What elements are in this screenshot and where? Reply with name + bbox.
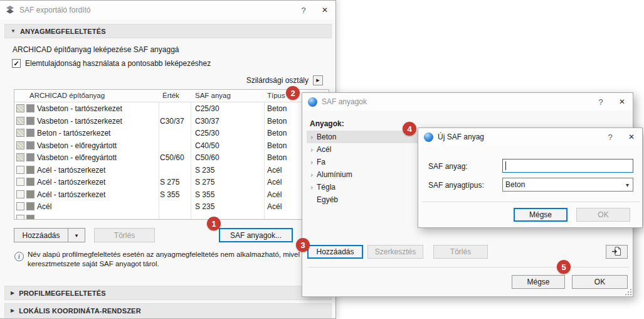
add-button[interactable]: Hozzáadás	[14, 228, 68, 242]
help-icon[interactable]: ?	[599, 128, 621, 146]
divider	[307, 267, 629, 268]
chevron-right-icon[interactable]: ›	[307, 133, 317, 141]
table-row[interactable]: Acél S 235 Acél	[14, 200, 329, 213]
triangle-right-icon: ▶	[11, 308, 14, 313]
delete-material-button[interactable]: Törlés	[433, 245, 488, 259]
cell-name: Acél - tartószerkezet	[37, 190, 105, 199]
saf-material-name-input[interactable]	[502, 159, 633, 173]
cell-type: Acél	[267, 202, 282, 211]
info-line-2: keresztmetszete saját SAF anyagot tárol.	[28, 259, 334, 269]
chevron-down-icon: ▾	[626, 181, 630, 188]
section-local-coordinate-system[interactable]: ▶ LOKÁLIS KOORDINÁTA-RENDSZER	[4, 303, 332, 318]
edit-material-button-label: Szerkesztés	[375, 247, 416, 256]
new-material-dialog-title: Új SAF anyag	[438, 132, 599, 141]
step-badge-4: 4	[403, 122, 416, 136]
cancel-button[interactable]: Mégse	[512, 275, 565, 289]
chevron-right-icon[interactable]: ›	[307, 183, 317, 191]
table-header: ARCHICAD építőanyag Érték SAF anyag Típu…	[14, 90, 329, 102]
cancel-button[interactable]: Mégse	[514, 208, 567, 222]
col-type: Típus	[267, 92, 285, 99]
material-texture-swatch	[16, 129, 24, 137]
table-row[interactable]: Acél - tartószerkezet S 275 S 275 Acél	[14, 176, 329, 188]
step-badge-1: 1	[207, 217, 221, 230]
material-color-swatch	[26, 129, 34, 137]
main-dialog-title: SAF exportáló fordító	[19, 6, 293, 14]
edit-material-button[interactable]: Szerkesztés	[367, 245, 423, 259]
table-row[interactable]: Vasbeton - tartószerkezet C30/37 C30/37 …	[14, 115, 329, 127]
info-icon: i	[14, 252, 24, 261]
saf-export-translator-dialog: SAF exportáló fordító ? ✕ ▼ ANYAGMEGFELE…	[0, 0, 336, 319]
chevron-right-icon[interactable]: ›	[307, 146, 317, 153]
material-item-label: Acél	[317, 145, 331, 154]
delete-material-button-label: Törlés	[450, 247, 471, 256]
section-profile-mapping[interactable]: ▶ PROFILMEGFELELTETÉS	[4, 286, 332, 300]
material-texture-swatch	[16, 190, 24, 198]
cell-name: Acél - tartószerkezet	[37, 166, 105, 175]
strength-class-button[interactable]: ▶	[313, 75, 323, 85]
ok-button-label: OK	[598, 210, 608, 219]
table-row[interactable]: Acél - tartószerkezet S 355 S 355 Acél	[14, 188, 329, 201]
material-texture-swatch	[16, 153, 24, 161]
cell-saf: S 235	[195, 166, 214, 175]
material-texture-swatch	[16, 202, 24, 210]
saf-material-type-select[interactable]: Beton ▾	[502, 178, 633, 192]
chevron-right-icon[interactable]: ›	[307, 158, 317, 166]
add-dropdown-button[interactable]: ▾	[68, 228, 85, 242]
close-icon[interactable]: ✕	[314, 1, 335, 19]
material-color-swatch	[26, 178, 34, 186]
table-row[interactable]: Vasbeton - előregyártott C50/60 C50/60 B…	[14, 151, 329, 164]
step-badge-3: 3	[296, 238, 310, 252]
cell-value: S 275	[160, 178, 179, 187]
cell-saf: C25/30	[195, 129, 219, 138]
help-icon[interactable]: ?	[293, 1, 314, 19]
material-texture-swatch	[16, 104, 24, 112]
table-row[interactable]: Vasbeton - előregyártott C40/50 Beton	[14, 139, 329, 152]
archicad-ball-icon	[423, 132, 433, 142]
add-material-button[interactable]: Hozzáadás	[307, 245, 363, 259]
triangle-down-icon: ▼	[11, 28, 16, 34]
ok-button[interactable]: OK	[576, 208, 630, 222]
transfer-materials-button[interactable]	[606, 245, 628, 259]
saf-material-name-label: SAF anyag:	[428, 162, 468, 171]
section-material-mapping[interactable]: ▼ ANYAGMEGFELELTETÉS	[4, 24, 332, 38]
material-color-swatch	[26, 190, 34, 198]
cell-saf: S 275	[195, 178, 214, 187]
cell-type: Beton	[267, 129, 287, 138]
cell-name: Beton - tartószerkezet	[37, 129, 110, 138]
cell-name: Acél - tartószerkezet	[37, 178, 105, 187]
strength-class-label: Szilárdsági osztály	[246, 76, 309, 85]
cell-saf: S 355	[195, 190, 214, 199]
checkbox-label: Elemtulajdonság használata a pontosabb l…	[25, 59, 211, 68]
ok-button[interactable]: OK	[572, 275, 628, 289]
element-property-checkbox-row[interactable]: ✓ Elemtulajdonság használata a pontosabb…	[12, 59, 211, 68]
cell-saf: C40/50	[195, 141, 219, 150]
mapping-description: ARCHICAD építőanyag leképezése SAF anyag…	[13, 45, 179, 54]
table-row[interactable]: Beton - tartószerkezet C25/30 Beton	[14, 127, 329, 139]
table-row[interactable]: Vasbeton - tartószerkezet C25/30 Beton	[14, 102, 329, 115]
table-row[interactable]: Acél - tartószerkezet S 235 Acél	[14, 164, 329, 176]
saf-material-type-label: SAF anyagtípus:	[428, 181, 484, 190]
saf-material-type-value: Beton	[505, 180, 626, 189]
help-icon[interactable]: ?	[590, 93, 611, 111]
delete-button[interactable]: Törlés	[94, 228, 155, 242]
chevron-down-icon: ▾	[75, 232, 78, 239]
cell-saf: C25/30	[195, 104, 219, 113]
close-icon[interactable]: ✕	[611, 93, 633, 111]
info-note: Név alapú profilmegfeleltetés esetén az …	[28, 250, 334, 269]
saf-materials-button[interactable]: SAF anyagok...	[219, 228, 293, 242]
chevron-right-icon[interactable]: ›	[307, 171, 317, 178]
material-color-swatch	[26, 166, 34, 174]
cell-name: Acél	[37, 202, 51, 211]
cancel-button-label: Mégse	[529, 210, 552, 219]
close-icon[interactable]: ✕	[621, 128, 642, 146]
cell-value: C30/37	[160, 117, 184, 126]
col-saf-material: SAF anyag	[195, 92, 231, 99]
checkbox-checked[interactable]: ✓	[12, 59, 21, 68]
material-texture-swatch	[16, 178, 24, 186]
text-caret	[505, 161, 506, 170]
table-row[interactable]	[14, 213, 329, 220]
material-texture-swatch	[16, 117, 24, 125]
material-texture-swatch	[16, 141, 24, 149]
resize-grip[interactable]	[625, 288, 631, 295]
materials-label: Anyagok:	[310, 119, 344, 128]
